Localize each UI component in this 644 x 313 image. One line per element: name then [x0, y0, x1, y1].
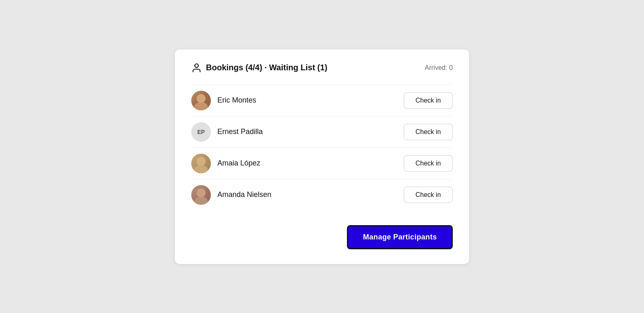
checkin-button-eric[interactable]: Check in: [404, 92, 453, 109]
participant-name: Amanda Nielsen: [217, 190, 271, 199]
avatar: [191, 154, 211, 173]
participant-row: Amanda Nielsen Check in: [191, 179, 453, 210]
svg-point-0: [195, 64, 199, 67]
arrived-count: Arrived: 0: [425, 64, 453, 72]
participant-row: Amaia López Check in: [191, 148, 453, 179]
person-icon: [191, 63, 202, 73]
checkin-button-ernest[interactable]: Check in: [404, 124, 453, 140]
card-footer: Manage Participants: [191, 225, 453, 249]
bookings-card: Bookings (4/4) · Waiting List (1) Arrive…: [175, 49, 469, 264]
participant-left: Amaia López: [191, 154, 260, 173]
card-header: Bookings (4/4) · Waiting List (1) Arrive…: [191, 63, 453, 73]
participant-left: Eric Montes: [191, 91, 256, 110]
header-title: Bookings (4/4) · Waiting List (1): [206, 63, 327, 72]
avatar: [191, 91, 211, 110]
header-left: Bookings (4/4) · Waiting List (1): [191, 63, 327, 73]
participant-row: EP Ernest Padilla Check in: [191, 116, 453, 148]
participant-row: Eric Montes Check in: [191, 85, 453, 116]
participant-name: Eric Montes: [217, 96, 256, 105]
checkin-button-amaia[interactable]: Check in: [404, 155, 453, 172]
manage-participants-button[interactable]: Manage Participants: [347, 225, 453, 249]
avatar: EP: [191, 122, 211, 142]
checkin-button-amanda[interactable]: Check in: [404, 187, 453, 203]
avatar: [191, 185, 211, 205]
participant-name: Amaia López: [217, 159, 260, 168]
participant-left: Amanda Nielsen: [191, 185, 271, 205]
participant-name: Ernest Padilla: [217, 127, 263, 136]
participant-left: EP Ernest Padilla: [191, 122, 263, 142]
